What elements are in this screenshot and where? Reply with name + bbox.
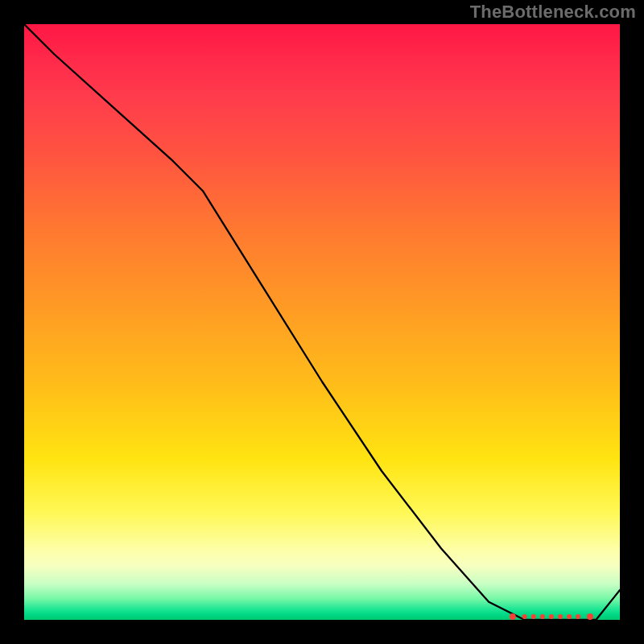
target-marker bbox=[558, 614, 563, 619]
chart-svg bbox=[24, 24, 620, 620]
target-marker bbox=[587, 613, 593, 620]
target-marker bbox=[531, 614, 536, 619]
target-marker bbox=[522, 614, 527, 619]
watermark-label: TheBottleneck.com bbox=[470, 2, 636, 23]
plot-area bbox=[24, 24, 620, 620]
target-marker bbox=[576, 614, 580, 619]
target-marker bbox=[510, 613, 516, 620]
target-marker bbox=[540, 614, 545, 619]
target-marker bbox=[549, 614, 554, 619]
bottleneck-curve-line bbox=[24, 24, 620, 620]
chart-frame: TheBottleneck.com bbox=[0, 0, 644, 644]
target-marker bbox=[567, 614, 572, 619]
